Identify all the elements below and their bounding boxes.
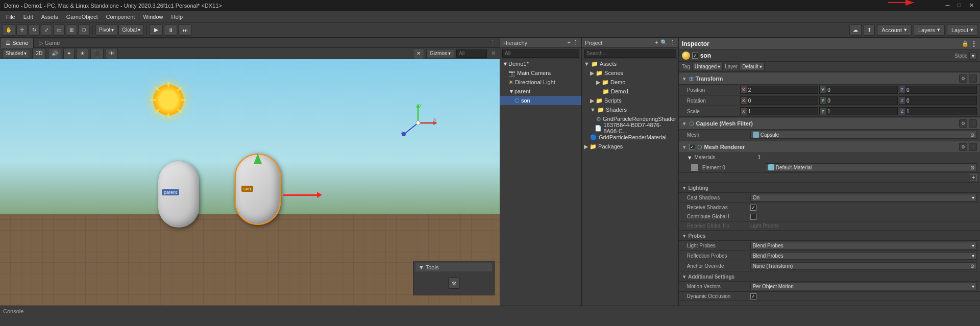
tab-game[interactable]: ▷ Game (34, 38, 65, 48)
hierarchy-scene-root[interactable]: ▼ Demo1* (500, 59, 581, 68)
obj-name[interactable]: son (700, 52, 952, 59)
transform-more-btn[interactable]: ⋮ (969, 74, 977, 83)
scale-y-field[interactable]: Y (819, 107, 897, 115)
hierarchy-item-son[interactable]: ⬡ son (500, 96, 581, 105)
rotate-tool[interactable]: ↻ (29, 24, 40, 36)
layout-dropdown[interactable]: Layout ▾ (947, 24, 978, 36)
project-shaders[interactable]: ▼ 📁 Shaders (582, 105, 678, 114)
position-y-input[interactable] (826, 87, 841, 93)
reflection-probes-dropdown[interactable]: Blend Probes ▾ (750, 252, 977, 260)
position-x-field[interactable]: X (740, 86, 818, 94)
scale-x-field[interactable]: X (740, 107, 818, 115)
tools-panel-btn[interactable]: ⚒ (448, 278, 460, 289)
play-btn[interactable]: ▶ (150, 24, 163, 36)
mesh-renderer-settings-btn[interactable]: ⚙ (959, 143, 967, 151)
contribute-gi-checkbox[interactable] (750, 214, 756, 220)
step-btn[interactable]: ⏭ (178, 24, 191, 36)
dynamic-occlusion-checkbox[interactable] (750, 293, 756, 299)
scene-more-btn[interactable]: ⋮ (490, 39, 500, 46)
element0-dropdown[interactable]: Default-Material ⊙ (766, 163, 977, 171)
scale-z-input[interactable] (905, 109, 920, 114)
scene-search-icon[interactable]: ✕ (413, 48, 424, 59)
menu-gameobject[interactable]: GameObject (62, 11, 102, 22)
scene-content[interactable]: parent son Y X Z (0, 59, 500, 306)
project-more-btn[interactable]: ⋮ (670, 39, 675, 46)
inspector-lock-btn[interactable]: 🔒 (962, 40, 969, 47)
project-packages[interactable]: ▶ 📁 Packages (582, 142, 678, 151)
static-dropdown[interactable]: ▾ (969, 52, 977, 60)
mesh-filter-settings-btn[interactable]: ⚙ (959, 119, 967, 128)
project-add-btn[interactable]: + (655, 39, 658, 46)
scene-search-input[interactable] (456, 49, 487, 58)
rotation-x-input[interactable] (747, 98, 762, 104)
menu-help[interactable]: Help (167, 11, 187, 22)
collab-btn[interactable]: ⬆ (864, 24, 875, 36)
mesh-value-dropdown[interactable]: Capsule ⊙ (750, 131, 977, 139)
menu-assets[interactable]: Assets (37, 11, 62, 22)
menu-component[interactable]: Component (102, 11, 139, 22)
layer-dropdown[interactable]: Default ▾ (740, 63, 765, 70)
shading-dropdown[interactable]: Shaded ▾ (2, 49, 30, 58)
hierarchy-add-btn[interactable]: + (568, 39, 571, 46)
cast-shadows-dropdown[interactable]: On ▾ (750, 194, 977, 202)
2d-btn[interactable]: 2D (32, 48, 46, 59)
menu-window[interactable]: Window (139, 11, 167, 22)
audio-btn[interactable]: 🔊 (48, 48, 61, 59)
transform-header[interactable]: ▼ ⊞ Transform ⚙ ⋮ (679, 73, 980, 85)
tab-scene[interactable]: ☰ Scene (0, 38, 34, 48)
add-material-btn[interactable]: + (970, 174, 977, 181)
scale-x-input[interactable] (747, 109, 762, 114)
mesh-filter-header[interactable]: ▼ ⬡ Capsule (Mesh Filter) ⚙ ⋮ (679, 118, 980, 130)
project-search-input[interactable] (584, 49, 676, 58)
cloud-btn[interactable]: ☁ (849, 24, 862, 36)
menu-file[interactable]: File (2, 11, 19, 22)
transform-tool[interactable]: ⊞ (66, 24, 77, 36)
inspector-more-btn[interactable]: ⋮ (971, 40, 977, 47)
maximize-btn[interactable]: □ (958, 2, 961, 9)
project-grid-material[interactable]: 🔵 GridParticleRenderMaterial (582, 133, 678, 142)
position-x-input[interactable] (747, 87, 762, 93)
active-checkbox[interactable] (692, 53, 698, 59)
project-demo1[interactable]: 📁 Demo1 (582, 87, 678, 96)
fx-btn[interactable]: ✦ (63, 48, 75, 59)
project-scenes[interactable]: ▶ 📁 Scenes (582, 68, 678, 78)
hidden-btn[interactable]: 👁 (106, 48, 118, 59)
hierarchy-more-btn[interactable]: ⋮ (573, 39, 578, 46)
position-y-field[interactable]: Y (819, 86, 897, 94)
close-btn[interactable]: ✕ (969, 2, 974, 9)
account-dropdown[interactable]: Account ▾ (877, 24, 912, 36)
position-z-field[interactable]: Z (899, 86, 977, 94)
scale-y-input[interactable] (826, 109, 841, 114)
rect-tool[interactable]: ▭ (53, 24, 65, 36)
scale-tool[interactable]: ⤢ (41, 24, 52, 36)
rotation-y-input[interactable] (826, 98, 841, 104)
mesh-filter-more-btn[interactable]: ⋮ (969, 119, 977, 128)
position-z-input[interactable] (905, 87, 920, 93)
rotation-z-field[interactable]: Z (899, 96, 977, 105)
render-btn[interactable]: ⬛ (90, 48, 104, 59)
gizmos-dropdown[interactable]: Gizmos ▾ (426, 49, 454, 58)
rotation-y-field[interactable]: Y (819, 96, 897, 105)
global-btn[interactable]: Global ▾ (118, 24, 144, 36)
move-tool[interactable]: ✛ (16, 24, 28, 36)
project-search-btn[interactable]: 🔍 (660, 39, 668, 46)
hierarchy-search-input[interactable] (502, 49, 579, 58)
layers-dropdown[interactable]: Layers ▾ (914, 24, 945, 36)
mesh-renderer-enabled[interactable] (689, 144, 695, 150)
rotation-z-input[interactable] (905, 98, 920, 104)
custom-tool[interactable]: ⬡ (78, 24, 90, 36)
scene-close-btn[interactable]: ✕ (489, 50, 498, 57)
project-demo[interactable]: ▶ 📁 Demo (582, 78, 678, 87)
tag-dropdown[interactable]: Untagged ▾ (692, 63, 723, 70)
hierarchy-item-parent[interactable]: ▼ parent (500, 87, 581, 96)
light-probes-dropdown[interactable]: Blend Probes ▾ (750, 242, 977, 249)
scene-settings-btn[interactable]: ☀ (77, 48, 88, 59)
scale-z-field[interactable]: Z (899, 107, 977, 115)
pause-btn[interactable]: ⏸ (164, 24, 177, 36)
hand-tool[interactable]: ✋ (2, 24, 15, 36)
receive-shadows-checkbox[interactable] (750, 205, 756, 211)
pivot-btn[interactable]: Pivot ▾ (95, 24, 117, 36)
transform-settings-btn[interactable]: ⚙ (959, 74, 967, 83)
window-controls[interactable]: ─ □ ✕ (946, 2, 976, 9)
anchor-override-dropdown[interactable]: None (Transform) ⊙ (750, 262, 977, 270)
